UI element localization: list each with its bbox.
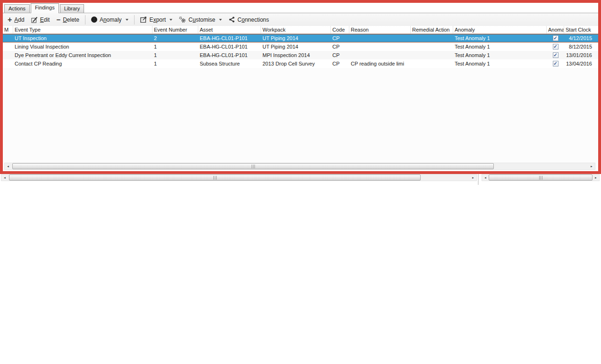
main-horizontal-scrollbar[interactable]: ◄ ► [1, 174, 477, 181]
column-header-anomaly-flag[interactable]: Anomaly [547, 26, 564, 33]
customise-label: Customise [188, 17, 215, 23]
scroll-grip [539, 176, 542, 180]
cell-start-clock: 8/12/2015 [564, 44, 595, 50]
cell-reason: CP reading outside limi [349, 61, 411, 66]
cell-code: CP [331, 35, 349, 41]
anomaly-checkbox[interactable]: ✓ [553, 61, 559, 66]
customise-button[interactable]: Customise [176, 14, 225, 25]
scroll-track[interactable] [8, 174, 470, 181]
right-horizontal-scrollbar[interactable]: ◄ ► [482, 174, 600, 181]
cell-asset: EBA-HG-CL01-P101 [198, 52, 261, 58]
cell-anomaly: Test Anomaly 1 [453, 52, 547, 58]
anomaly-label: Anomaly [100, 17, 122, 23]
pencil-icon [31, 17, 38, 23]
cell-anomaly: Test Anomaly 1 [453, 35, 547, 41]
scroll-grip [213, 176, 217, 180]
add-button[interactable]: + Add [5, 14, 27, 25]
anomaly-checkbox[interactable]: ✓ [553, 52, 559, 58]
cell-code: CP [331, 44, 349, 50]
cell-workpack: 2013 Drop Cell Survey [261, 61, 331, 66]
column-header-anomaly[interactable]: Anomaly [453, 26, 547, 33]
table-row-contact-cp-reading[interactable]: Contact CP Reading 1 Subsea Structure 20… [3, 59, 598, 68]
cell-workpack: UT Piping 2014 [261, 35, 331, 41]
scroll-thumb[interactable] [489, 174, 593, 181]
tab-actions[interactable]: Actions [4, 4, 30, 13]
scroll-right-arrow[interactable]: ► [588, 165, 595, 168]
scroll-track[interactable] [489, 174, 593, 181]
findings-table-header: M Event Type Event Number Asset Workpack… [3, 26, 598, 34]
tab-findings[interactable]: Findings [31, 3, 59, 13]
cell-event-number: 1 [152, 44, 198, 50]
column-header-workpack[interactable]: Workpack [261, 26, 331, 33]
column-header-m[interactable]: M [3, 26, 13, 33]
table-row-ut-inspection[interactable]: UT Inspection 2 EBA-HG-CL01-P101 UT Pipi… [3, 34, 598, 42]
cell-event-type: Lining Visual Inspection [13, 44, 152, 50]
findings-panel: Actions Findings Library + Add Edit − De… [0, 0, 601, 174]
cell-event-type: UT Inspection [13, 35, 152, 41]
connections-label: Connections [237, 17, 269, 23]
column-header-event-type[interactable]: Event Type [13, 26, 152, 33]
scroll-thumb[interactable] [12, 163, 494, 169]
plus-icon: + [8, 17, 12, 23]
column-header-code[interactable]: Code [331, 26, 349, 33]
edit-label: Edit [40, 17, 50, 23]
chevron-down-icon [126, 19, 128, 21]
edit-button[interactable]: Edit [28, 14, 53, 25]
chevron-down-icon [169, 19, 172, 21]
scroll-grip [252, 165, 255, 168]
anomaly-button[interactable]: ! Anomaly [88, 14, 131, 25]
minus-icon: − [56, 17, 60, 22]
export-label: Export [150, 17, 166, 23]
cell-anomaly: Test Anomaly 1 [453, 61, 547, 66]
cell-event-number: 1 [152, 61, 198, 66]
cell-event-type: Dye Penetrant or Eddy Current Inspection [13, 52, 152, 58]
scroll-right-arrow[interactable]: ► [470, 176, 476, 179]
anomaly-checkbox[interactable]: ✓ [553, 44, 559, 50]
column-header-asset[interactable]: Asset [198, 26, 261, 33]
column-header-remedial-action[interactable]: Remedial Action [411, 26, 453, 33]
cell-code: CP [331, 52, 349, 58]
cell-start-clock: 4/12/2015 [564, 35, 595, 41]
cell-asset: EBA-HG-CL01-P101 [198, 44, 261, 50]
cell-asset: Subsea Structure [198, 61, 261, 66]
cell-asset: EBA-HG-CL01-P101 [198, 35, 261, 41]
toolbar-separator [85, 15, 85, 25]
toolbar-separator [134, 15, 135, 25]
cell-start-clock: 13/01/2016 [564, 52, 595, 58]
tab-bar: Actions Findings Library [3, 3, 598, 13]
cell-code: CP [331, 61, 349, 66]
scroll-thumb[interactable] [9, 174, 421, 181]
tab-library[interactable]: Library [60, 4, 85, 13]
cell-anomaly: Test Anomaly 1 [453, 44, 547, 50]
cell-workpack: MPI Inspection 2014 [261, 52, 331, 58]
scroll-left-arrow[interactable]: ◄ [482, 176, 489, 179]
cell-event-type: Contact CP Reading [13, 61, 152, 66]
scroll-left-arrow[interactable]: ◄ [1, 176, 8, 179]
anomaly-checkbox[interactable]: ✓ [553, 35, 559, 41]
scroll-right-arrow[interactable]: ► [593, 176, 599, 179]
cell-event-number: 2 [152, 35, 198, 41]
export-button[interactable]: Export [137, 14, 176, 25]
scroll-left-arrow[interactable]: ◄ [5, 165, 11, 168]
connections-button[interactable]: Connections [226, 14, 272, 25]
table-row-dye-penetrant[interactable]: Dye Penetrant or Eddy Current Inspection… [3, 51, 598, 59]
delete-button[interactable]: − Delete [53, 14, 82, 25]
add-label: Add [14, 17, 24, 23]
cell-event-number: 1 [152, 52, 198, 58]
column-header-event-number[interactable]: Event Number [152, 26, 198, 33]
delete-label: Delete [63, 17, 79, 23]
scroll-track[interactable] [11, 163, 588, 169]
cell-workpack: UT Piping 2014 [261, 44, 331, 50]
findings-horizontal-scrollbar[interactable]: ◄ ► [4, 163, 595, 170]
column-header-reason[interactable]: Reason [349, 26, 411, 33]
cell-start-clock: 13/04/2016 [564, 61, 595, 66]
findings-toolbar: + Add Edit − Delete ! Anomaly Export Cus… [3, 13, 598, 26]
export-icon [140, 17, 147, 23]
anomaly-exclamation-icon: ! [91, 17, 97, 23]
gear-icon [179, 17, 186, 23]
column-header-start-clock[interactable]: Start Clock [564, 26, 595, 33]
chevron-down-icon [219, 19, 222, 21]
connections-icon [229, 17, 235, 23]
table-row-lining-visual-inspection[interactable]: Lining Visual Inspection 1 EBA-HG-CL01-P… [3, 42, 598, 51]
